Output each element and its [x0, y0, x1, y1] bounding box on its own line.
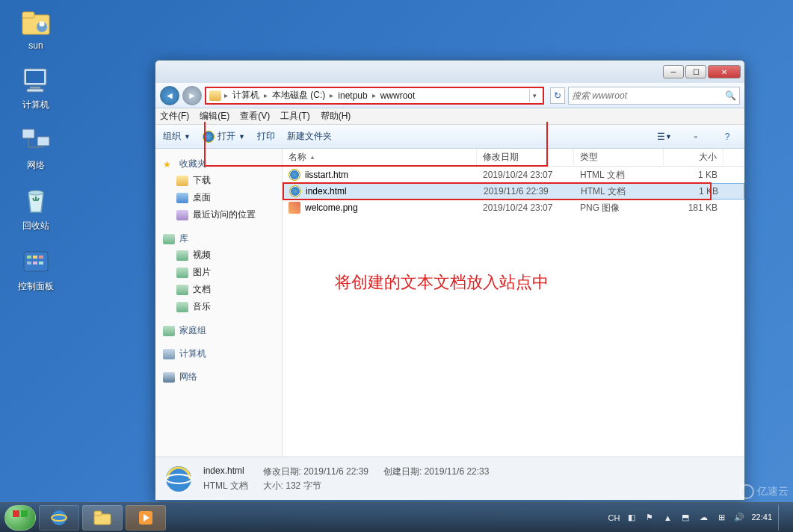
tray-icon[interactable]: ◧ — [626, 512, 638, 524]
breadcrumb[interactable]: ▸ 计算机 ▸ 本地磁盘 (C:) ▸ inetpub ▸ wwwroot ▾ — [205, 87, 544, 105]
column-type[interactable]: 类型 — [574, 149, 664, 166]
maximize-button[interactable]: ☐ — [685, 65, 706, 78]
file-row[interactable]: iisstart.htm 2019/10/24 23:07 HTML 文档 1 … — [283, 167, 744, 183]
breadcrumb-item[interactable]: 计算机 — [231, 89, 261, 102]
sidebar-homegroup[interactable]: 家庭组 — [163, 323, 282, 338]
desktop-icon-control-panel[interactable]: 控制面板 — [6, 246, 66, 293]
homegroup-icon — [163, 326, 175, 336]
svg-rect-19 — [33, 262, 37, 265]
sidebar-downloads[interactable]: 下载 — [163, 172, 282, 189]
menu-view[interactable]: 查看(V) — [240, 110, 270, 123]
sidebar-network[interactable]: 网络 — [163, 369, 282, 385]
sidebar-documents[interactable]: 文档 — [163, 281, 282, 298]
menu-file[interactable]: 文件(F) — [160, 110, 189, 123]
sidebar-desktop[interactable]: 桌面 — [163, 189, 282, 206]
ie-icon — [203, 131, 215, 143]
breadcrumb-item[interactable]: inetpub — [336, 90, 368, 101]
column-name[interactable]: 名称▲ — [283, 149, 477, 166]
breadcrumb-item[interactable]: wwwroot — [379, 90, 417, 101]
svg-rect-8 — [22, 129, 34, 138]
menu-edit[interactable]: 编辑(E) — [200, 110, 229, 123]
open-button[interactable]: 打开▼ — [203, 130, 245, 143]
file-list: 名称▲ 修改日期 类型 大小 iisstart.htm 2019/10/24 2… — [283, 149, 744, 457]
chevron-right-icon: ▸ — [330, 91, 333, 99]
refresh-button[interactable]: ↻ — [550, 87, 565, 104]
breadcrumb-dropdown[interactable]: ▾ — [529, 89, 540, 102]
menu-help[interactable]: 帮助(H) — [321, 110, 351, 123]
taskbar-media[interactable] — [126, 505, 166, 531]
start-button[interactable] — [4, 505, 36, 531]
search-input[interactable] — [572, 90, 725, 101]
preview-pane-button[interactable]: ▫ — [686, 129, 706, 144]
svg-point-3 — [40, 22, 45, 27]
desktop-icon-recycle[interactable]: 回收站 — [6, 185, 66, 232]
system-tray: CH ◧ ⚑ ▲ ⬒ ☁ ⊞ 🔊 22:41 — [608, 505, 789, 531]
toolbar: 组织▼ 打开▼ 打印 新建文件夹 ☰ ▼ ▫ ? — [155, 125, 744, 149]
desktop-icon-computer[interactable]: 计算机 — [6, 64, 66, 111]
action-center-icon[interactable]: ⚑ — [644, 512, 655, 524]
volume-icon[interactable]: 🔊 — [733, 512, 745, 524]
chevron-right-icon: ▸ — [264, 91, 268, 99]
sidebar-libraries[interactable]: 库 — [163, 231, 282, 247]
sidebar-videos[interactable]: 视频 — [163, 247, 282, 264]
help-button[interactable]: ? — [718, 129, 737, 144]
svg-rect-1 — [22, 12, 34, 18]
close-button[interactable]: ✕ — [708, 65, 741, 78]
minimize-button[interactable]: ─ — [663, 65, 684, 78]
desktop-icon-sun[interactable]: sun — [6, 6, 66, 51]
show-desktop-button[interactable] — [778, 505, 784, 531]
file-row[interactable]: welcome.png 2019/10/24 23:07 PNG 图像 181 … — [283, 200, 744, 216]
network-icon — [163, 372, 175, 383]
new-folder-button[interactable]: 新建文件夹 — [287, 130, 332, 143]
star-icon: ★ — [163, 159, 175, 170]
picture-icon — [176, 267, 188, 278]
chevron-up-icon[interactable]: ▲ — [661, 512, 673, 524]
explorer-window: ─ ☐ ✕ ◄ ► ▸ 计算机 ▸ 本地磁盘 (C:) ▸ inetpub ▸ … — [155, 60, 745, 501]
svg-rect-7 — [27, 89, 43, 92]
organize-button[interactable]: 组织▼ — [163, 130, 191, 143]
desktop-icon-network[interactable]: 网络 — [6, 125, 66, 172]
annotation-text: 将创建的文本文档放入站点中 — [335, 271, 549, 294]
back-button[interactable]: ◄ — [160, 86, 179, 105]
sidebar-music[interactable]: 音乐 — [163, 298, 282, 315]
print-button[interactable]: 打印 — [257, 130, 275, 143]
desktop-icon-label: 回收站 — [22, 220, 49, 232]
menu-bar: 文件(F) 编辑(E) 查看(V) 工具(T) 帮助(H) — [155, 108, 744, 125]
desktop-icon — [176, 193, 188, 203]
png-file-icon — [288, 202, 300, 214]
desktop-icon-label: sun — [28, 40, 43, 51]
breadcrumb-item[interactable]: 本地磁盘 (C:) — [271, 89, 327, 102]
column-headers: 名称▲ 修改日期 类型 大小 — [283, 149, 744, 167]
view-options-button[interactable]: ☰ ▼ — [655, 129, 674, 144]
clock[interactable]: 22:41 — [751, 513, 772, 522]
file-row[interactable]: index.html 2019/11/6 22:39 HTML 文档 1 KB — [283, 183, 744, 200]
taskbar: CH ◧ ⚑ ▲ ⬒ ☁ ⊞ 🔊 22:41 — [0, 502, 793, 532]
taskbar-ie[interactable] — [39, 505, 79, 531]
sidebar: ★收藏夹 下载 桌面 最近访问的位置 库 视频 图片 文档 音乐 家庭组 计算机… — [155, 149, 283, 457]
sidebar-computer[interactable]: 计算机 — [163, 346, 282, 362]
nav-bar: ◄ ► ▸ 计算机 ▸ 本地磁盘 (C:) ▸ inetpub ▸ wwwroo… — [155, 83, 744, 108]
details-pane: index.html 修改日期: 2019/11/6 22:39 创建日期: 2… — [155, 457, 744, 500]
column-date[interactable]: 修改日期 — [477, 149, 574, 166]
watermark: 亿速云 — [739, 484, 789, 499]
search-icon[interactable]: 🔍 — [725, 90, 736, 101]
tray-icon[interactable]: ☁ — [697, 512, 709, 524]
desktop-area: sun 计算机 网络 回收站 控制面板 — [6, 6, 66, 306]
sidebar-favorites[interactable]: ★收藏夹 — [163, 156, 282, 172]
svg-rect-16 — [33, 256, 37, 259]
sidebar-pictures[interactable]: 图片 — [163, 264, 282, 281]
taskbar-explorer[interactable] — [82, 505, 123, 531]
menu-tools[interactable]: 工具(T) — [280, 110, 309, 123]
tray-icon[interactable]: ⬒ — [679, 512, 691, 524]
network-tray-icon[interactable]: ⊞ — [715, 512, 727, 524]
sidebar-recent[interactable]: 最近访问的位置 — [163, 206, 282, 223]
computer-icon — [18, 64, 54, 97]
lang-indicator[interactable]: CH — [608, 512, 620, 524]
search-box[interactable]: 🔍 — [568, 87, 740, 105]
network-icon — [18, 125, 54, 158]
svg-point-23 — [52, 510, 67, 525]
titlebar[interactable]: ─ ☐ ✕ — [155, 61, 744, 83]
file-rows[interactable]: iisstart.htm 2019/10/24 23:07 HTML 文档 1 … — [283, 167, 744, 457]
forward-button[interactable]: ► — [182, 86, 202, 105]
column-size[interactable]: 大小 — [664, 149, 723, 166]
